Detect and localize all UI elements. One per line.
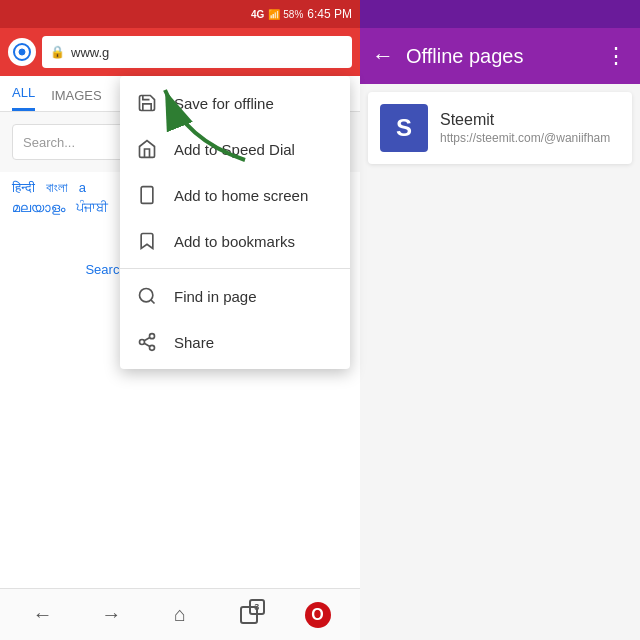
lang-more[interactable]: a — [79, 180, 86, 195]
lock-icon: 🔒 — [50, 45, 65, 59]
offline-back-button[interactable]: ← — [372, 43, 394, 69]
forward-icon: → — [101, 603, 121, 626]
tabs-count-badge: 3 — [249, 599, 265, 615]
svg-point-6 — [150, 334, 155, 339]
find-page-label: Find in page — [174, 288, 257, 305]
bookmarks-icon — [136, 230, 158, 252]
network-label: 4G — [251, 9, 264, 20]
site-info: Steemit https://steemit.com/@waniifham — [440, 111, 620, 145]
forward-button[interactable]: → — [87, 591, 135, 639]
svg-point-8 — [150, 345, 155, 350]
svg-point-7 — [140, 340, 145, 345]
opera-icon: O — [305, 602, 331, 628]
address-text: www.g — [71, 45, 344, 60]
home-icon: ⌂ — [174, 603, 186, 626]
battery-label: 58% — [283, 9, 303, 20]
save-offline-icon — [136, 92, 158, 114]
browser-tab-icon — [8, 38, 36, 66]
lang-malayalam[interactable]: മലയാളം — [12, 200, 65, 215]
share-label: Share — [174, 334, 214, 351]
home-button[interactable]: ⌂ — [156, 591, 204, 639]
right-status-bar — [360, 0, 640, 28]
browser-chrome: 🔒 www.g — [0, 28, 360, 76]
menu-item-bookmarks[interactable]: Add to bookmarks — [120, 218, 350, 264]
site-url: https://steemit.com/@waniifham — [440, 131, 620, 145]
menu-item-share[interactable]: Share — [120, 319, 350, 365]
tabs-button[interactable]: 3 — [225, 591, 273, 639]
menu-divider — [120, 268, 350, 269]
offline-more-button[interactable]: ⋮ — [605, 43, 628, 69]
speed-dial-icon — [136, 138, 158, 160]
menu-item-save-offline[interactable]: Save for offline — [120, 80, 350, 126]
home-screen-label: Add to home screen — [174, 187, 308, 204]
lang-punjabi[interactable]: ਪੰਜਾਬੀ — [76, 200, 108, 215]
bottom-nav: ← → ⌂ 3 O — [0, 588, 360, 640]
menu-item-home-screen[interactable]: Add to home screen — [120, 172, 350, 218]
menu-item-speed-dial[interactable]: Add to Speed Dial — [120, 126, 350, 172]
svg-line-10 — [144, 337, 150, 340]
address-bar[interactable]: 🔒 www.g — [42, 36, 352, 68]
dropdown-menu: Save for offline Add to Speed Dial Add t… — [120, 76, 350, 369]
bookmarks-label: Add to bookmarks — [174, 233, 295, 250]
lang-bengali[interactable]: বাংলা — [46, 180, 68, 195]
lang-hindi[interactable]: हिन्दी — [12, 180, 35, 195]
left-panel: 4G 📶 58% 6:45 PM 🔒 www.g ALL IMAGES Sear… — [0, 0, 360, 640]
time-label: 6:45 PM — [307, 7, 352, 21]
site-name: Steemit — [440, 111, 620, 129]
svg-point-4 — [140, 289, 153, 302]
signal-icon: 📶 — [268, 9, 280, 20]
offline-header: ← Offline pages ⋮ — [360, 28, 640, 84]
menu-item-find-page[interactable]: Find in page — [120, 273, 350, 319]
share-icon — [136, 331, 158, 353]
svg-line-9 — [144, 343, 150, 346]
offline-page-item[interactable]: S Steemit https://steemit.com/@waniifham — [368, 92, 632, 164]
status-icons: 📶 58% — [268, 9, 303, 20]
search-placeholder: Search... — [23, 135, 75, 150]
tab-images[interactable]: IMAGES — [51, 88, 102, 111]
home-screen-icon — [136, 184, 158, 206]
back-button[interactable]: ← — [18, 591, 66, 639]
find-icon — [136, 285, 158, 307]
back-icon: ← — [32, 603, 52, 626]
opera-button[interactable]: O — [294, 591, 342, 639]
svg-line-5 — [151, 300, 155, 304]
right-panel: ← Offline pages ⋮ S Steemit https://stee… — [360, 0, 640, 640]
speed-dial-label: Add to Speed Dial — [174, 141, 295, 158]
tab-all[interactable]: ALL — [12, 85, 35, 111]
svg-point-1 — [19, 49, 25, 55]
save-offline-label: Save for offline — [174, 95, 274, 112]
offline-pages-title: Offline pages — [406, 45, 593, 68]
site-icon: S — [380, 104, 428, 152]
status-bar: 4G 📶 58% 6:45 PM — [0, 0, 360, 28]
